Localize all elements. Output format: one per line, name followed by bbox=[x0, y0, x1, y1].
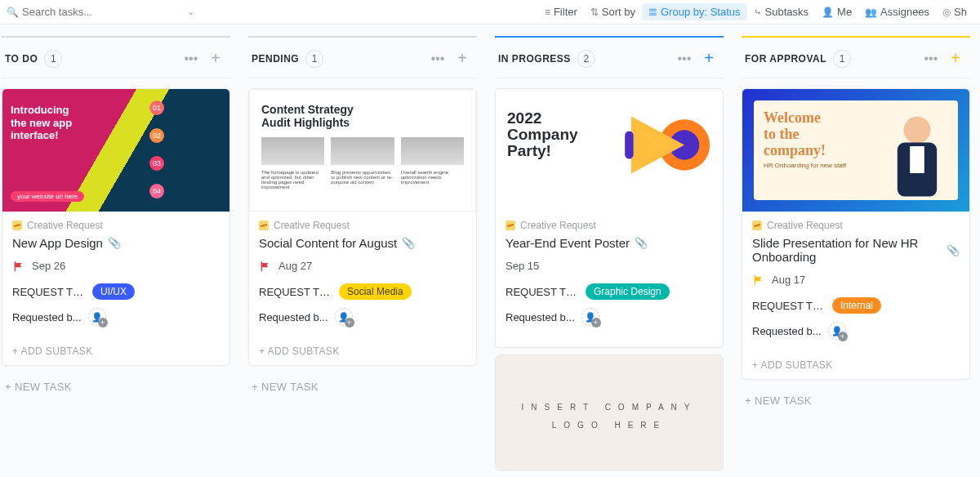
more-icon[interactable]: ••• bbox=[428, 50, 448, 68]
card-title: New App Design bbox=[12, 236, 103, 250]
add-assignee-button[interactable]: 👤 bbox=[581, 308, 599, 326]
task-card[interactable]: Introducing the new app interface! 01 02… bbox=[2, 88, 230, 366]
request-type-pill[interactable]: Social Media bbox=[339, 283, 412, 300]
eye-icon: ◎ bbox=[942, 7, 951, 18]
requested-by-label: Requested b... bbox=[506, 311, 575, 323]
filter-label: Filter bbox=[554, 6, 577, 18]
thumb-caption: Blog presents opportunities to publish n… bbox=[331, 170, 394, 189]
add-in-column-button[interactable]: + bbox=[207, 47, 224, 69]
thumb-headline: 2022 Company Party! bbox=[507, 110, 578, 159]
new-task-button[interactable]: + NEW TASK bbox=[742, 386, 970, 415]
kanban-board: TO DO 1 ••• + Introducing the new app in… bbox=[0, 25, 980, 477]
task-card[interactable]: 2022 Company Party! Creative Request Yea… bbox=[495, 88, 724, 348]
new-task-button[interactable]: + NEW TASK bbox=[2, 372, 230, 401]
request-type-pill[interactable]: Internal bbox=[832, 297, 881, 314]
requested-by-label: Requested b... bbox=[752, 325, 822, 337]
add-subtask-button[interactable]: + ADD SUBTASK bbox=[2, 341, 229, 365]
chevron-down-icon[interactable]: ⌄ bbox=[187, 7, 194, 17]
card-title: Slide Presentation for New HR Onboarding bbox=[752, 236, 942, 264]
search-input[interactable] bbox=[22, 6, 161, 18]
thumb-chip: 01 bbox=[149, 100, 164, 115]
request-type-label: REQUEST TY... bbox=[259, 286, 332, 298]
thumb-caption: Overall search engine optimization needs… bbox=[401, 170, 464, 189]
card-thumbnail: INSERT COMPANY LOGO HERE bbox=[496, 355, 723, 470]
requested-by-label: Requested b... bbox=[12, 311, 82, 323]
sort-button[interactable]: ⇅ Sort by bbox=[584, 3, 642, 20]
requested-by-label: Requested b... bbox=[259, 311, 328, 323]
priority-flag-icon[interactable] bbox=[259, 261, 270, 272]
card-thumbnail: Introducing the new app interface! 01 02… bbox=[2, 89, 229, 212]
add-subtask-button[interactable]: + ADD SUBTASK bbox=[742, 354, 969, 379]
svg-point-3 bbox=[904, 117, 931, 144]
sort-label: Sort by bbox=[602, 6, 635, 18]
due-date[interactable]: Sep 26 bbox=[32, 260, 65, 272]
request-type-pill[interactable]: Graphic Design bbox=[586, 283, 670, 300]
card-title: Year-End Event Poster bbox=[506, 236, 630, 250]
assignees-button[interactable]: 👥 Assignees bbox=[858, 3, 936, 20]
card-thumbnail: Welcome to the company! HR Onboarding fo… bbox=[742, 89, 969, 212]
add-subtask-button[interactable]: + ADD SUBTASK bbox=[496, 341, 723, 348]
search-icon: 🔍 bbox=[7, 7, 19, 18]
add-in-column-button[interactable]: + bbox=[701, 47, 717, 69]
priority-flag-icon[interactable] bbox=[752, 274, 764, 286]
add-assignee-button[interactable]: 👤 bbox=[88, 308, 106, 326]
priority-flag-icon[interactable] bbox=[12, 261, 24, 272]
new-task-button[interactable]: + NEW TASK bbox=[248, 372, 477, 401]
thumb-headline: Content Strategy Audit Highlights bbox=[261, 103, 354, 129]
subtasks-label: Subtasks bbox=[765, 6, 808, 18]
svg-rect-5 bbox=[910, 146, 924, 173]
task-card[interactable]: Content Strategy Audit Highlights The ho… bbox=[248, 88, 477, 366]
list-icon bbox=[506, 221, 515, 230]
subtasks-button[interactable]: ⤷ Subtasks bbox=[747, 3, 815, 20]
add-assignee-button[interactable]: 👤 bbox=[335, 308, 353, 326]
show-label: Sh bbox=[954, 6, 967, 18]
card-thumbnail: 2022 Company Party! bbox=[496, 89, 723, 212]
more-icon[interactable]: ••• bbox=[181, 50, 202, 68]
card-thumbnail: Content Strategy Audit Highlights The ho… bbox=[249, 89, 476, 212]
megaphone-icon bbox=[610, 97, 716, 203]
group-button[interactable]: 𝌆 Group by: Status bbox=[642, 3, 747, 20]
thumb-chip: 02 bbox=[149, 128, 164, 143]
due-date[interactable]: Sep 15 bbox=[506, 260, 539, 272]
column-title: FOR APPROVAL bbox=[745, 53, 826, 65]
column-count: 2 bbox=[577, 50, 595, 68]
list-icon bbox=[259, 221, 269, 230]
due-date[interactable]: Aug 17 bbox=[772, 274, 805, 286]
person-icon: 👤 bbox=[822, 7, 834, 18]
task-card[interactable]: Welcome to the company! HR Onboarding fo… bbox=[742, 88, 970, 380]
me-label: Me bbox=[837, 6, 852, 18]
add-in-column-button[interactable]: + bbox=[454, 47, 470, 69]
request-type-label: REQUEST TY... bbox=[506, 286, 579, 298]
thumb-headline: Introducing the new app interface! bbox=[11, 104, 72, 142]
add-in-column-button[interactable]: + bbox=[947, 47, 964, 69]
card-crumb: Creative Request bbox=[274, 220, 350, 231]
filter-button[interactable]: ≡ Filter bbox=[538, 3, 584, 20]
due-date[interactable]: Aug 27 bbox=[278, 260, 312, 272]
card-crumb: Creative Request bbox=[767, 220, 843, 231]
more-icon[interactable]: ••• bbox=[675, 50, 695, 68]
add-subtask-button[interactable]: + ADD SUBTASK bbox=[249, 341, 476, 365]
card-crumb: Creative Request bbox=[520, 220, 596, 231]
group-label: Group by: Status bbox=[661, 6, 741, 18]
search-wrap: 🔍 ⌄ bbox=[7, 6, 194, 18]
filter-icon: ≡ bbox=[545, 7, 550, 18]
assignees-label: Assignees bbox=[880, 6, 929, 18]
svg-rect-2 bbox=[625, 132, 633, 159]
task-card[interactable]: INSERT COMPANY LOGO HERE bbox=[495, 354, 724, 470]
column-title: PENDING bbox=[252, 53, 299, 65]
column-count: 1 bbox=[44, 50, 62, 68]
attachment-icon: 📎 bbox=[108, 237, 121, 249]
column-for-approval: FOR APPROVAL 1 ••• + Welcome to the comp… bbox=[742, 36, 970, 477]
request-type-label: REQUEST TY... bbox=[12, 286, 86, 298]
more-icon[interactable]: ••• bbox=[921, 50, 942, 68]
show-button[interactable]: ◎ Sh bbox=[936, 3, 973, 20]
list-icon bbox=[12, 221, 22, 230]
add-assignee-button[interactable]: 👤 bbox=[828, 322, 846, 340]
request-type-label: REQUEST TY... bbox=[752, 300, 826, 312]
me-button[interactable]: 👤 Me bbox=[815, 3, 858, 20]
subtasks-icon: ⤷ bbox=[754, 7, 762, 18]
attachment-icon: 📎 bbox=[635, 237, 648, 249]
people-icon: 👥 bbox=[865, 7, 877, 18]
request-type-pill[interactable]: UI/UX bbox=[92, 283, 135, 300]
card-crumb: Creative Request bbox=[27, 220, 103, 231]
